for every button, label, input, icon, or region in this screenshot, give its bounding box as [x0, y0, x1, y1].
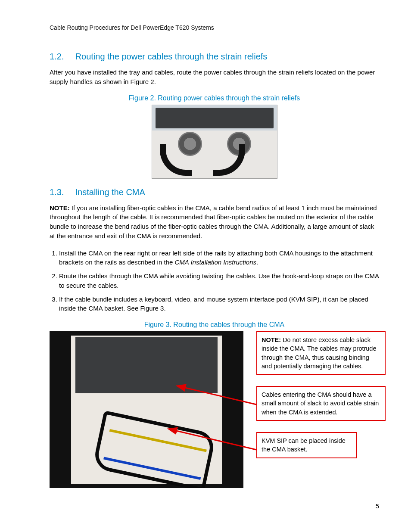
section-1-2-number: 1.2.: [50, 52, 73, 62]
note-label: NOTE:: [50, 204, 70, 212]
figure-3-wrap: NOTE: Do not store excess cable slack in…: [50, 331, 379, 488]
section-1-3-title: Installing the CMA: [75, 187, 145, 197]
figure-2-image: [152, 105, 277, 179]
figure-3-image: [50, 331, 243, 488]
figure-2-caption: Figure 2. Routing power cables through t…: [50, 94, 379, 102]
section-1-2-paragraph: After you have installed the tray and ca…: [50, 68, 379, 87]
callout-slack-box: Cables entering the CMA should have a sm…: [256, 386, 386, 421]
step-3: If the cable bundle includes a keyboard,…: [59, 295, 379, 314]
callout-kvm-box: KVM SIP can be placed inside the CMA bas…: [256, 432, 357, 458]
step-2: Route the cables through the CMA while a…: [59, 271, 379, 290]
note-body: If you are installing fiber-optic cables…: [50, 204, 377, 240]
page-number: 5: [376, 502, 379, 510]
section-1-2-heading: 1.2. Routing the power cables through th…: [50, 52, 379, 62]
section-1-3-number: 1.3.: [50, 187, 73, 197]
step-1: Install the CMA on the rear right or rea…: [59, 249, 379, 268]
running-header: Cable Routing Procedures for Dell PowerE…: [50, 24, 379, 31]
figure-3-caption: Figure 3. Routing the cables through the…: [50, 321, 379, 329]
callout-note-box: NOTE: Do not store excess cable slack in…: [256, 331, 386, 375]
section-1-2-title: Routing the power cables through the str…: [75, 52, 268, 61]
section-1-3-note: NOTE: If you are installing fiber-optic …: [50, 203, 379, 241]
step-1-italic: CMA Installation Instructions: [174, 258, 256, 266]
section-1-3-heading: 1.3. Installing the CMA: [50, 187, 379, 197]
step-1-post: .: [256, 258, 258, 266]
install-steps-list: Install the CMA on the rear right or rea…: [50, 249, 379, 314]
step-2-text: Route the cables through the CMA while a…: [59, 272, 379, 289]
callout-1-label: NOTE:: [262, 336, 281, 343]
step-3-text: If the cable bundle includes a keyboard,…: [59, 296, 368, 312]
